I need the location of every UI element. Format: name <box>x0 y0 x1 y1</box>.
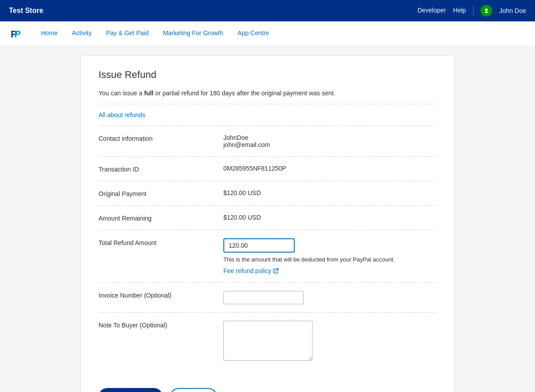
svg-text:P: P <box>14 29 21 40</box>
note-to-buyer-textarea[interactable] <box>223 321 313 361</box>
contact-name: JohnDoe <box>223 134 436 141</box>
info-text-full: full <box>144 90 153 97</box>
page-title: Issue Refund <box>99 69 436 81</box>
info-text-suffix: or partial refund for 180 days after the… <box>153 90 335 97</box>
note-to-buyer-label: Note To Buyer (Optional) <box>99 321 214 329</box>
issue-refund-button[interactable]: Issue Refund <box>99 388 163 392</box>
all-about-refunds-link[interactable]: All about refunds <box>99 111 145 118</box>
all-about-refunds-row: All about refunds <box>99 107 436 126</box>
total-refund-label: Total Refund Amount <box>99 238 214 246</box>
transaction-id-label: Transaction ID <box>99 165 214 173</box>
user-name-label: John Doe <box>499 7 526 14</box>
amount-remaining-value: $120.00 USD <box>223 214 436 221</box>
page-content: Issue Refund You can issue a full or par… <box>71 55 464 392</box>
store-name: Test Store <box>9 7 43 15</box>
button-row: Issue Refund Cancel <box>99 384 436 392</box>
amount-remaining-row: Amount Remaining $120.00 USD <box>99 206 436 230</box>
top-bar-right: Developer Help John Doe <box>417 5 526 16</box>
transaction-id-value: 0M285955NF811250P <box>223 165 436 172</box>
nav-home[interactable]: Home <box>36 21 63 46</box>
contact-email: john@email.com <box>223 141 436 148</box>
nav-activity[interactable]: Activity <box>66 21 97 46</box>
fee-refund-policy-link[interactable]: Fee refund policy <box>223 267 279 274</box>
original-payment-label: Original Payment <box>99 189 214 197</box>
user-avatar <box>481 5 492 16</box>
invoice-number-input[interactable] <box>223 291 304 304</box>
total-refund-field: This is the amount that will be deducted… <box>223 238 436 274</box>
contact-info-label: Contact information <box>99 134 214 142</box>
contact-info-row: Contact information JohnDoe john@email.c… <box>99 126 436 157</box>
info-text-row: You can issue a full or partial refund f… <box>99 90 436 104</box>
issue-refund-card: Issue Refund You can issue a full or par… <box>80 55 455 392</box>
refund-amount-input[interactable] <box>223 238 295 253</box>
main-nav: P P Home Activity Pay & Get Paid Marketi… <box>0 21 535 46</box>
note-to-buyer-input-wrapper <box>223 321 436 362</box>
invoice-input-wrapper <box>223 291 436 304</box>
total-refund-row: Total Refund Amount This is the amount t… <box>99 230 436 283</box>
paypal-logo: P P <box>9 27 23 41</box>
nav-marketing[interactable]: Marketing For Growth <box>157 21 228 46</box>
external-link-icon <box>273 268 279 274</box>
deduct-text: This is the amount that will be deducted… <box>223 256 436 263</box>
original-payment-row: Original Payment $120.00 USD <box>99 181 436 206</box>
developer-link[interactable]: Developer <box>417 7 446 15</box>
cancel-button[interactable]: Cancel <box>170 388 217 392</box>
invoice-label: Invoice Number (Optional) <box>99 291 214 299</box>
transaction-id-row: Transaction ID 0M285955NF811250P <box>99 157 436 181</box>
top-bar: Test Store Developer Help John Doe <box>0 0 535 21</box>
invoice-number-row: Invoice Number (Optional) <box>99 283 436 313</box>
top-bar-divider <box>473 6 473 15</box>
amount-remaining-label: Amount Remaining <box>99 214 214 222</box>
info-text-prefix: You can issue a <box>99 90 144 97</box>
help-link[interactable]: Help <box>453 7 466 15</box>
nav-app-centre[interactable]: App Centre <box>232 21 275 46</box>
note-to-buyer-row: Note To Buyer (Optional) <box>99 313 436 370</box>
original-payment-value: $120.00 USD <box>223 189 436 196</box>
fee-policy-row: Fee refund policy <box>223 267 436 274</box>
nav-pay-get-paid[interactable]: Pay & Get Paid <box>101 21 154 46</box>
fee-refund-policy-label: Fee refund policy <box>223 267 271 274</box>
contact-info-value: JohnDoe john@email.com <box>223 134 436 148</box>
